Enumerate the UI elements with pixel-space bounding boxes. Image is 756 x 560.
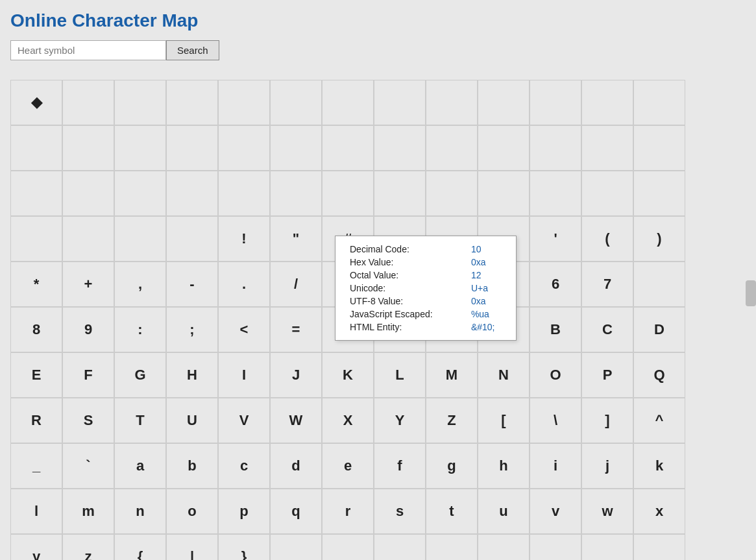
- char-cell[interactable]: 9: [62, 307, 114, 352]
- char-cell[interactable]: g: [426, 443, 478, 489]
- char-cell[interactable]: <: [218, 307, 270, 352]
- scrollbar[interactable]: [746, 280, 756, 306]
- char-cell[interactable]: f: [374, 443, 426, 489]
- char-cell[interactable]: [114, 125, 166, 171]
- char-cell[interactable]: [426, 534, 478, 560]
- char-cell[interactable]: j: [581, 443, 633, 489]
- char-cell[interactable]: {: [114, 534, 166, 560]
- char-cell[interactable]: h: [478, 443, 530, 489]
- char-cell[interactable]: 6: [530, 262, 581, 307]
- char-cell[interactable]: [270, 171, 322, 216]
- char-cell[interactable]: k: [633, 443, 685, 489]
- char-cell[interactable]: _: [10, 443, 62, 489]
- char-cell[interactable]: Z: [426, 398, 478, 443]
- char-cell[interactable]: !: [218, 216, 270, 262]
- char-cell[interactable]: [322, 534, 374, 560]
- char-cell[interactable]: M: [426, 352, 478, 398]
- char-cell[interactable]: z: [62, 534, 114, 560]
- char-cell[interactable]: [581, 171, 633, 216]
- char-cell[interactable]: ': [530, 216, 581, 262]
- char-cell[interactable]: [581, 80, 633, 125]
- char-cell[interactable]: B: [530, 307, 581, 352]
- char-cell[interactable]: [62, 80, 114, 125]
- char-cell[interactable]: n: [114, 489, 166, 534]
- char-cell[interactable]: I: [218, 352, 270, 398]
- char-cell[interactable]: ": [270, 216, 322, 262]
- char-cell[interactable]: R: [10, 398, 62, 443]
- char-cell[interactable]: d: [270, 443, 322, 489]
- char-cell[interactable]: Q: [633, 352, 685, 398]
- char-cell[interactable]: [: [478, 398, 530, 443]
- char-cell[interactable]: [581, 125, 633, 171]
- char-cell[interactable]: (: [581, 216, 633, 262]
- char-cell[interactable]: [478, 171, 530, 216]
- char-cell[interactable]: q: [270, 489, 322, 534]
- char-cell[interactable]: [114, 80, 166, 125]
- char-cell[interactable]: ,: [114, 262, 166, 307]
- char-cell[interactable]: [218, 171, 270, 216]
- char-cell[interactable]: t: [426, 489, 478, 534]
- char-cell[interactable]: [374, 534, 426, 560]
- search-button[interactable]: Search: [166, 40, 219, 60]
- char-cell[interactable]: [166, 80, 218, 125]
- char-cell[interactable]: ;: [166, 307, 218, 352]
- char-cell[interactable]: O: [530, 352, 581, 398]
- char-cell[interactable]: :: [114, 307, 166, 352]
- char-cell[interactable]: o: [166, 489, 218, 534]
- char-cell[interactable]: [426, 171, 478, 216]
- char-cell[interactable]: [633, 80, 685, 125]
- char-cell[interactable]: E: [10, 352, 62, 398]
- char-cell[interactable]: C: [581, 307, 633, 352]
- char-cell[interactable]: [426, 125, 478, 171]
- char-cell[interactable]: [426, 80, 478, 125]
- char-cell[interactable]: [530, 171, 581, 216]
- char-cell[interactable]: s: [374, 489, 426, 534]
- char-cell[interactable]: .: [218, 262, 270, 307]
- char-cell[interactable]: T: [114, 398, 166, 443]
- search-input[interactable]: [10, 40, 166, 60]
- char-cell[interactable]: [10, 216, 62, 262]
- char-cell[interactable]: D: [633, 307, 685, 352]
- char-cell[interactable]: [270, 534, 322, 560]
- char-cell[interactable]: /: [270, 262, 322, 307]
- char-cell[interactable]: [478, 80, 530, 125]
- char-cell[interactable]: *: [10, 262, 62, 307]
- char-cell[interactable]: e: [322, 443, 374, 489]
- char-cell[interactable]: [62, 125, 114, 171]
- char-cell[interactable]: [478, 125, 530, 171]
- char-cell[interactable]: [270, 125, 322, 171]
- char-cell[interactable]: |: [166, 534, 218, 560]
- char-cell[interactable]: [114, 216, 166, 262]
- char-cell[interactable]: [322, 125, 374, 171]
- char-cell[interactable]: y: [10, 534, 62, 560]
- char-cell[interactable]: i: [530, 443, 581, 489]
- char-cell[interactable]: \: [530, 398, 581, 443]
- char-cell[interactable]: L: [374, 352, 426, 398]
- char-cell[interactable]: ): [633, 216, 685, 262]
- char-cell[interactable]: [10, 125, 62, 171]
- char-cell[interactable]: [374, 171, 426, 216]
- char-cell[interactable]: r: [322, 489, 374, 534]
- char-cell[interactable]: ◆: [10, 80, 62, 125]
- char-cell[interactable]: -: [166, 262, 218, 307]
- char-cell[interactable]: [166, 171, 218, 216]
- char-cell[interactable]: [114, 171, 166, 216]
- char-cell[interactable]: [633, 534, 685, 560]
- char-cell[interactable]: [218, 80, 270, 125]
- char-cell[interactable]: [633, 125, 685, 171]
- char-cell[interactable]: x: [633, 489, 685, 534]
- char-cell[interactable]: G: [114, 352, 166, 398]
- char-cell[interactable]: `: [62, 443, 114, 489]
- char-cell[interactable]: Y: [374, 398, 426, 443]
- char-cell[interactable]: [530, 534, 581, 560]
- char-cell[interactable]: u: [478, 489, 530, 534]
- char-cell[interactable]: =: [270, 307, 322, 352]
- char-cell[interactable]: a: [114, 443, 166, 489]
- char-cell[interactable]: w: [581, 489, 633, 534]
- char-cell[interactable]: [166, 216, 218, 262]
- char-cell[interactable]: X: [322, 398, 374, 443]
- char-cell[interactable]: m: [62, 489, 114, 534]
- char-cell[interactable]: [633, 262, 685, 307]
- char-cell[interactable]: [530, 125, 581, 171]
- char-cell[interactable]: [62, 216, 114, 262]
